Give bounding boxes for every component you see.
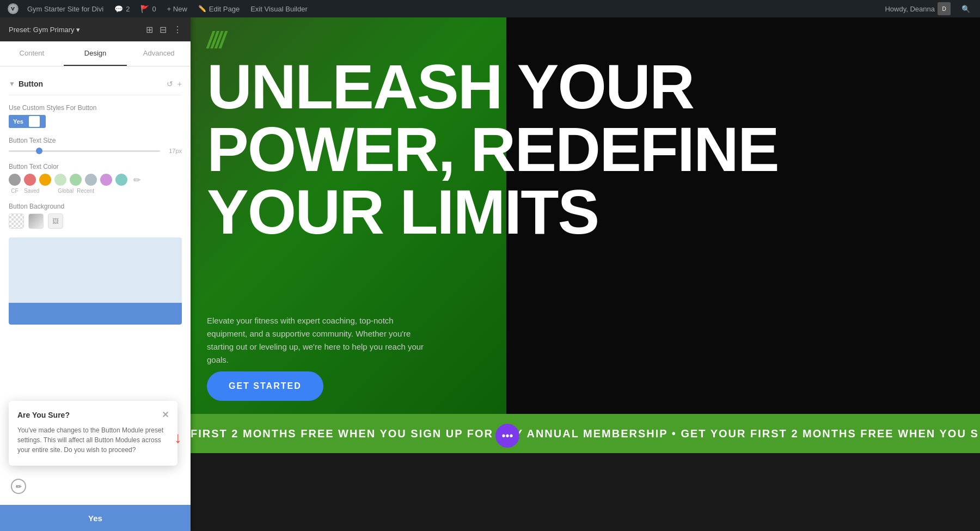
exit-builder-button[interactable]: Exit Visual Builder xyxy=(245,0,313,17)
text-size-label: Button Text Size xyxy=(9,137,182,144)
color-swatch-saved[interactable] xyxy=(24,174,36,186)
howdy-label[interactable]: Howdy, Deanna D xyxy=(879,0,956,17)
color-swatch-cf[interactable] xyxy=(9,174,21,186)
color-swatch-7[interactable] xyxy=(100,174,112,186)
wp-logo[interactable] xyxy=(4,0,22,17)
color-swatch-recent[interactable] xyxy=(70,174,82,186)
color-swatch-global[interactable] xyxy=(54,174,66,186)
text-color-label: Button Text Color xyxy=(9,163,182,170)
panel-header: Preset: Gym Primary ▾ ⊞ ⊟ ⋮ xyxy=(0,17,191,41)
button-preview xyxy=(9,237,182,325)
comments-link[interactable]: 💬 2 xyxy=(109,0,135,17)
add-section-icon[interactable]: + xyxy=(177,80,182,88)
custom-styles-label: Use Custom Styles For Button xyxy=(9,104,182,112)
bg-gradient-swatch[interactable] xyxy=(28,213,44,229)
bg-swatches: 🖼 xyxy=(9,213,182,229)
dialog-title: Are You Sure? xyxy=(17,411,70,419)
hero-body-text: Elevate your fitness with expert coachin… xyxy=(207,314,436,367)
custom-styles-toggle[interactable]: Yes xyxy=(9,115,46,128)
settings-panel: Preset: Gym Primary ▾ ⊞ ⊟ ⋮ Content Desi… xyxy=(0,17,191,531)
search-button[interactable]: 🔍 xyxy=(956,0,976,17)
bg-transparent-swatch[interactable] xyxy=(9,213,24,229)
slash-decoration: //// xyxy=(207,27,224,53)
reset-section-icon[interactable]: ↺ xyxy=(167,80,173,88)
get-started-button[interactable]: GET STARTED xyxy=(207,371,323,401)
tab-content[interactable]: Content xyxy=(0,41,64,66)
text-size-value: 17px xyxy=(164,148,182,154)
admin-bar: Gym Starter Site for Divi 💬 2 🚩 0 + New … xyxy=(0,0,980,17)
issues-link[interactable]: 🚩 0 xyxy=(135,0,161,17)
ticker-bar: FIRST 2 MONTHS FREE WHEN YOU SIGN UP FOR… xyxy=(191,414,980,453)
button-background-label: Button Background xyxy=(9,203,182,210)
hero-section: //// UNLEASH YOUR POWER, REDEFINE YOUR L… xyxy=(191,17,980,453)
button-background-field: Button Background 🖼 xyxy=(9,203,182,229)
dialog-body: You've made changes to the Button Module… xyxy=(17,425,169,455)
dialog-close-button[interactable]: ✕ xyxy=(162,410,169,420)
tab-advanced[interactable]: Advanced xyxy=(127,41,191,66)
color-swatch-6[interactable] xyxy=(85,174,97,186)
edit-icon[interactable]: ✏ xyxy=(11,479,26,494)
preset-selector[interactable]: Preset: Gym Primary ▾ xyxy=(9,26,80,34)
bg-image-swatch[interactable]: 🖼 xyxy=(48,213,63,229)
text-color-field: Button Text Color ✏ CF Saved Global Rece… xyxy=(9,163,182,194)
panel-tabs: Content Design Advanced xyxy=(0,41,191,66)
fullscreen-icon[interactable]: ⊞ xyxy=(146,25,153,35)
tab-design[interactable]: Design xyxy=(64,41,127,66)
site-name[interactable]: Gym Starter Site for Divi xyxy=(22,0,109,17)
text-color-swatches: ✏ xyxy=(9,174,182,186)
confirm-dialog: Are You Sure? ✕ You've made changes to t… xyxy=(9,401,177,466)
purple-menu-button[interactable]: ••• xyxy=(495,424,519,448)
color-picker-icon[interactable]: ✏ xyxy=(131,174,143,186)
ticker-text: FIRST 2 MONTHS FREE WHEN YOU SIGN UP FOR… xyxy=(191,428,979,440)
main-content: //// UNLEASH YOUR POWER, REDEFINE YOUR L… xyxy=(191,17,980,531)
color-swatch-8[interactable] xyxy=(115,174,127,186)
preview-button-bar xyxy=(9,303,182,325)
yes-button[interactable]: Yes xyxy=(0,505,191,531)
text-size-slider[interactable] xyxy=(9,150,160,152)
more-options-icon[interactable]: ⋮ xyxy=(173,25,182,35)
hero-heading: UNLEASH YOUR POWER, REDEFINE YOUR LIMITS xyxy=(207,56,980,243)
text-size-field: Button Text Size 17px xyxy=(9,137,182,154)
split-icon[interactable]: ⊟ xyxy=(160,25,167,35)
color-swatch-3[interactable] xyxy=(39,174,51,186)
new-button[interactable]: + New xyxy=(162,0,193,17)
button-section-title: ▼ Button xyxy=(9,80,43,88)
edit-page-link[interactable]: ✏️ Edit Page xyxy=(193,0,245,17)
button-section-header: ▼ Button ↺ + xyxy=(9,75,182,95)
custom-styles-field: Use Custom Styles For Button Yes xyxy=(9,104,182,128)
